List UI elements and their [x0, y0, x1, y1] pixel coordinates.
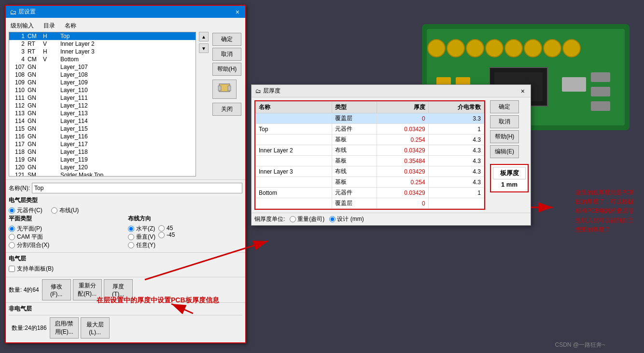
- cam-plane-radio[interactable]: [9, 234, 15, 240]
- layer-list-row[interactable]: 113 GN Layer_113: [9, 109, 196, 117]
- routing-dir-col2: 45 -45: [158, 225, 175, 249]
- layer-list-row[interactable]: 116 GN Layer_116: [9, 133, 196, 140]
- modify-button[interactable]: 修改(F)...: [42, 279, 71, 300]
- horizontal-radio[interactable]: [128, 226, 134, 232]
- col-thickness-th: 厚度: [377, 102, 428, 113]
- col-level: 级别输入: [11, 22, 34, 30]
- col-name-th: 名称: [256, 102, 332, 113]
- cancel-button[interactable]: 取消: [212, 48, 241, 61]
- layer-list-row[interactable]: 110 GN Layer_110: [9, 86, 196, 94]
- thickness-cell-dielectric: 3.3: [428, 113, 484, 124]
- layer-list[interactable]: 1 CM H Top 2 RT V Inner Layer 2 3 RT H I…: [9, 32, 196, 176]
- annotation-area: 这里的板厚度就是PCB板的厚度了，可以根据标准PCB电路的叠层信息填入就可以得到…: [575, 188, 638, 234]
- thickness-cell-type: 覆盖层: [332, 198, 377, 209]
- layer-settings-close-button[interactable]: ×: [234, 8, 241, 16]
- thickness-cell-dielectric: 4.3: [428, 135, 484, 145]
- svg-rect-16: [562, 77, 586, 92]
- name-input[interactable]: [32, 183, 242, 193]
- thickness-table-area: 名称 类型 厚度 介电常数 覆盖层 0 3.3 Top 元器件 0.03429 …: [252, 97, 488, 213]
- vertical-radio[interactable]: [128, 234, 134, 240]
- thickness-row[interactable]: 基板 0.254 4.3: [256, 135, 484, 145]
- single-panel-label: 支持单面板(B): [17, 265, 54, 273]
- layer-list-row[interactable]: 4 CM V Bottom: [9, 55, 196, 63]
- scroll-up-btn[interactable]: ▲: [199, 32, 209, 41]
- thickness-row[interactable]: 基板 0.35484 4.3: [256, 156, 484, 166]
- design-radio[interactable]: [329, 216, 336, 222]
- col-type-th: 类型: [332, 102, 377, 113]
- thickness-cell-value: 0.254: [377, 135, 428, 145]
- thickness-cell-dielectric: 1: [428, 124, 484, 135]
- layer-list-row[interactable]: 119 GN Layer_119: [9, 156, 196, 163]
- thickness-row[interactable]: Top 元器件 0.03429 1: [256, 124, 484, 135]
- thickness-row[interactable]: Bottom 元器件 0.03429 1: [256, 188, 484, 198]
- layer-list-row[interactable]: 108 GN Layer_108: [9, 71, 196, 79]
- weight-radio[interactable]: [290, 216, 296, 222]
- layer-list-row[interactable]: 120 GN Layer_120: [9, 163, 196, 171]
- layer-list-row[interactable]: 3 RT H Inner Layer 3: [9, 48, 196, 55]
- thickness-help-button[interactable]: 帮助(H): [490, 130, 519, 143]
- thickness-close-button[interactable]: ×: [519, 87, 527, 95]
- thickness-cell-name: [256, 177, 332, 188]
- svg-rect-17: [591, 72, 610, 82]
- layer-list-row[interactable]: 115 GN Layer_115: [9, 125, 196, 133]
- layer-list-row[interactable]: 1 CM H Top: [9, 32, 196, 40]
- minus45-radio[interactable]: [158, 232, 165, 238]
- thickness-cell-value: 0: [377, 198, 428, 209]
- single-panel-checkbox[interactable]: [9, 266, 15, 272]
- layer-dialog-content: 级别输入 目录 名称 1 CM H Top 2 RT V Inner Layer…: [6, 18, 245, 179]
- 45-row: 45: [158, 225, 175, 231]
- name-label: 名称(N):: [9, 184, 30, 192]
- electric-layers-section: 电气层 支持单面板(B): [6, 252, 245, 277]
- thickness-confirm-button[interactable]: 确定: [490, 100, 519, 113]
- any-radio[interactable]: [128, 242, 134, 248]
- 45-label: 45: [167, 225, 173, 231]
- thickness-cell-type: 基板: [332, 156, 377, 166]
- no-plane-radio[interactable]: [9, 226, 15, 232]
- 45-radio[interactable]: [158, 225, 165, 231]
- close-area-button[interactable]: 关闭: [212, 103, 241, 116]
- non-electric-bar: 数量:24的186 启用/禁用(E)... 最大层(L)...: [9, 315, 242, 340]
- thickness-row[interactable]: Inner Layer 3 布线 0.03429 4.3: [256, 166, 484, 177]
- layer-list-row[interactable]: 2 RT V Inner Layer 2: [9, 40, 196, 48]
- thickness-row[interactable]: 覆盖层 0 3.3: [256, 113, 484, 124]
- confirm-button[interactable]: 确定: [212, 33, 241, 46]
- split-mix-row: 分割/混合(X): [9, 241, 123, 249]
- help-button[interactable]: 帮助(H): [212, 63, 241, 76]
- thickness-icon: 🗂: [255, 88, 261, 95]
- layer-list-row[interactable]: 118 GN Layer_118: [9, 148, 196, 156]
- thickness-row[interactable]: Inner Layer 2 布线 0.03429 4.3: [256, 145, 484, 156]
- enable-disable-button[interactable]: 启用/禁用(E)...: [50, 317, 79, 339]
- layer-list-row[interactable]: 112 GN Layer_112: [9, 102, 196, 109]
- non-electric-label: 非电气层: [9, 305, 242, 313]
- thickness-cell-value: 0.03429: [377, 124, 428, 135]
- any-label: 任意(Y): [136, 241, 155, 249]
- svg-point-3: [447, 40, 464, 57]
- col-dir: 目录: [43, 22, 55, 30]
- layer-list-row[interactable]: 117 GN Layer_117: [9, 140, 196, 148]
- thickness-cell-type: 布线: [332, 166, 377, 177]
- type-plane-row: 电气层类型 元器件(C) 布线(U): [9, 196, 242, 215]
- layer-list-row[interactable]: 121 SM Solder Mask Top: [9, 171, 196, 176]
- non-electric-section: 非电气层 数量:24的186 启用/禁用(E)... 最大层(L)...: [6, 302, 245, 342]
- layer-list-row[interactable]: 109 GN Layer_109: [9, 79, 196, 86]
- scroll-down-btn[interactable]: ▼: [199, 43, 209, 53]
- thickness-cell-name: [256, 198, 332, 209]
- svg-rect-22: [228, 86, 231, 91]
- layer-settings-titlebar: 🗂 层设置 ×: [6, 6, 245, 18]
- layer-list-row[interactable]: 114 GN Layer_114: [9, 117, 196, 125]
- svg-rect-18: [591, 87, 610, 96]
- thickness-cell-type: 元器件: [332, 124, 377, 135]
- thickness-cancel-button[interactable]: 取消: [490, 115, 519, 128]
- dialog-action-buttons: 确定 取消 帮助(H) 关闭: [211, 32, 242, 176]
- component-radio[interactable]: [9, 207, 15, 214]
- thickness-row[interactable]: 覆盖层 0: [256, 198, 484, 209]
- layer-icon-btn[interactable]: [212, 80, 237, 99]
- layer-list-row[interactable]: 111 GN Layer_111: [9, 94, 196, 102]
- max-layer-button[interactable]: 最大层(L)...: [81, 317, 110, 339]
- split-mix-radio[interactable]: [9, 242, 15, 248]
- thickness-row[interactable]: 基板 0.254 4.3: [256, 177, 484, 188]
- vertical-label: 垂直(V): [136, 233, 155, 241]
- routing-radio[interactable]: [51, 207, 57, 214]
- layer-list-row[interactable]: 107 GN Layer_107: [9, 63, 196, 71]
- thickness-edit-button[interactable]: 编辑(E): [490, 145, 519, 158]
